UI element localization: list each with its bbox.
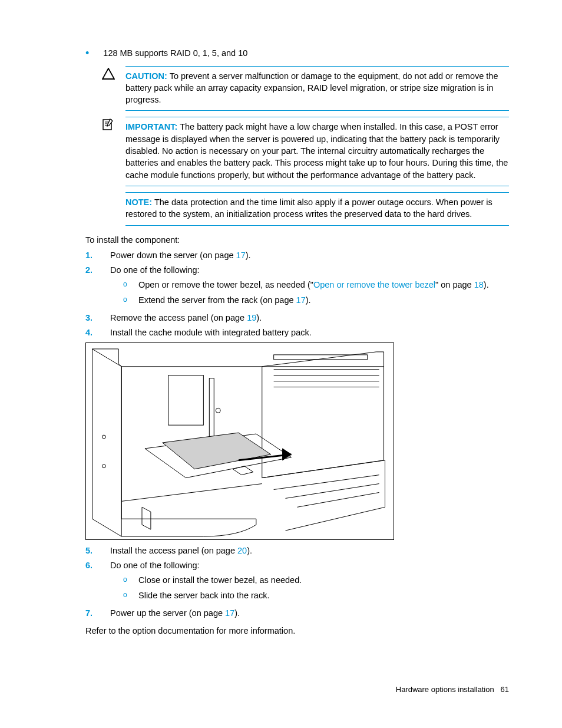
note-text: NOTE: The data protection and the time l… — [125, 192, 509, 226]
substep: o Extend the server from the rack (on pa… — [123, 294, 509, 306]
bullet-icon: • — [85, 47, 89, 60]
substep: o Close or install the tower bezel, as n… — [123, 574, 509, 586]
substep: o Slide the server back into the rack. — [123, 589, 509, 601]
step-6: 6. Do one of the following: o Close or i… — [85, 559, 509, 604]
step-3: 3. Remove the access panel (on page 19). — [85, 312, 509, 324]
page-link-18[interactable]: 18 — [474, 280, 484, 289]
steps-list-continued: 5. Install the access panel (on page 20)… — [85, 545, 509, 619]
step-4: 4. Install the cache module with integra… — [85, 327, 509, 338]
closing-text: Refer to the option documentation for mo… — [85, 625, 509, 637]
sub-marker: o — [123, 294, 138, 306]
step-7: 7. Power up the server (on page 17). — [85, 607, 509, 619]
important-block: IMPORTANT: The battery pack might have a… — [102, 117, 509, 186]
svg-rect-3 — [168, 375, 204, 424]
substep: o Open or remove the tower bezel, as nee… — [123, 279, 509, 291]
step-number: 7. — [85, 607, 110, 619]
svg-point-1 — [102, 435, 105, 439]
step-number: 2. — [85, 264, 110, 309]
page-link-20[interactable]: 20 — [237, 546, 247, 555]
caution-block: CAUTION: To prevent a server malfunction… — [102, 66, 509, 111]
intro-text: To install the component: — [85, 234, 509, 246]
page-link-17[interactable]: 17 — [296, 295, 306, 305]
note-body: The data protection and the time limit a… — [125, 197, 492, 219]
page-footer: Hardware options installation 61 — [396, 684, 509, 695]
step-1: 1. Power down the server (on page 17). — [85, 249, 509, 261]
bullet-text: 128 MB supports RAID 0, 1, 5, and 10 — [103, 47, 247, 60]
note-label: NOTE: — [125, 197, 152, 207]
important-icon — [102, 120, 115, 133]
page-content: • 128 MB supports RAID 0, 1, 5, and 10 C… — [0, 0, 562, 676]
caution-body: To prevent a server malfunction or damag… — [125, 71, 498, 105]
caution-text: CAUTION: To prevent a server malfunction… — [125, 66, 509, 111]
svg-marker-6 — [283, 449, 292, 460]
step-number: 6. — [85, 559, 110, 604]
bullet-item: • 128 MB supports RAID 0, 1, 5, and 10 — [85, 47, 509, 60]
caution-icon — [102, 69, 115, 82]
svg-point-2 — [102, 464, 105, 467]
step-5: 5. Install the access panel (on page 20)… — [85, 545, 509, 556]
note-block: NOTE: The data protection and the time l… — [102, 192, 509, 226]
step-number: 3. — [85, 312, 110, 324]
sub-marker: o — [123, 279, 138, 291]
step-2: 2. Do one of the following: o Open or re… — [85, 264, 509, 309]
installation-diagram — [85, 342, 394, 540]
important-label: IMPORTANT: — [125, 122, 177, 131]
step-number: 4. — [85, 327, 110, 338]
footer-page-number: 61 — [501, 685, 509, 694]
sub-marker: o — [123, 574, 138, 586]
important-body: The battery pack might have a low charge… — [125, 122, 508, 179]
steps-list: 1. Power down the server (on page 17). 2… — [85, 249, 509, 339]
link-open-remove-bezel[interactable]: Open or remove the tower bezel — [313, 280, 435, 289]
page-link-19[interactable]: 19 — [247, 313, 256, 322]
svg-point-7 — [216, 408, 220, 413]
important-text: IMPORTANT: The battery pack might have a… — [125, 117, 509, 186]
step-number: 1. — [85, 249, 110, 261]
caution-label: CAUTION: — [125, 71, 167, 81]
page-link-17[interactable]: 17 — [225, 608, 234, 618]
footer-section: Hardware options installation — [396, 685, 494, 694]
sub-marker: o — [123, 589, 138, 601]
step-number: 5. — [85, 545, 110, 556]
page-link-17[interactable]: 17 — [236, 251, 246, 260]
